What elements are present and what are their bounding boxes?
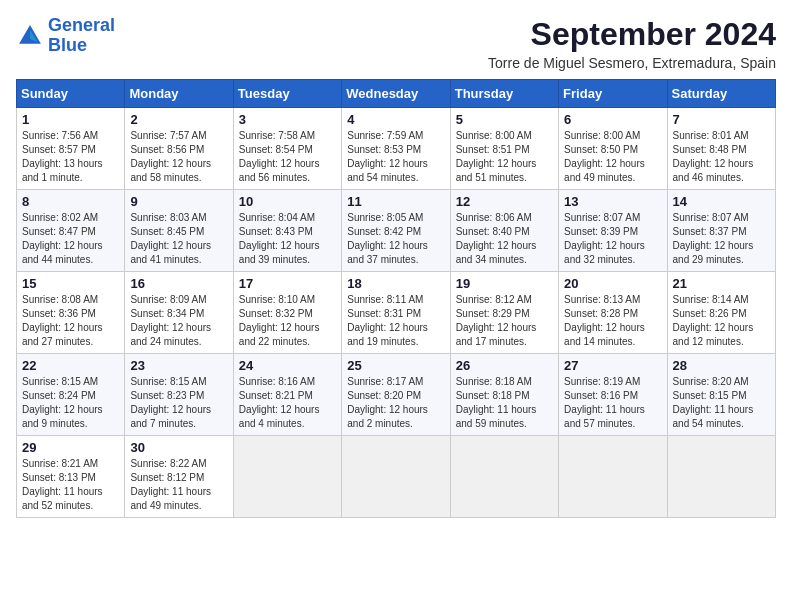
calendar-cell: 14Sunrise: 8:07 AMSunset: 8:37 PMDayligh… xyxy=(667,190,775,272)
logo-icon xyxy=(16,22,44,50)
day-info: Sunrise: 8:07 AMSunset: 8:39 PMDaylight:… xyxy=(564,211,661,267)
calendar-cell: 27Sunrise: 8:19 AMSunset: 8:16 PMDayligh… xyxy=(559,354,667,436)
day-number: 27 xyxy=(564,358,661,373)
day-info: Sunrise: 8:07 AMSunset: 8:37 PMDaylight:… xyxy=(673,211,770,267)
calendar-week-row: 8Sunrise: 8:02 AMSunset: 8:47 PMDaylight… xyxy=(17,190,776,272)
day-number: 9 xyxy=(130,194,227,209)
day-number: 30 xyxy=(130,440,227,455)
weekday-header: Saturday xyxy=(667,80,775,108)
day-number: 8 xyxy=(22,194,119,209)
day-info: Sunrise: 8:05 AMSunset: 8:42 PMDaylight:… xyxy=(347,211,444,267)
day-number: 28 xyxy=(673,358,770,373)
day-number: 2 xyxy=(130,112,227,127)
day-info: Sunrise: 8:21 AMSunset: 8:13 PMDaylight:… xyxy=(22,457,119,513)
calendar-cell: 28Sunrise: 8:20 AMSunset: 8:15 PMDayligh… xyxy=(667,354,775,436)
day-info: Sunrise: 8:19 AMSunset: 8:16 PMDaylight:… xyxy=(564,375,661,431)
calendar-cell xyxy=(233,436,341,518)
calendar-cell: 22Sunrise: 8:15 AMSunset: 8:24 PMDayligh… xyxy=(17,354,125,436)
calendar-cell: 18Sunrise: 8:11 AMSunset: 8:31 PMDayligh… xyxy=(342,272,450,354)
weekday-header: Monday xyxy=(125,80,233,108)
calendar-cell: 10Sunrise: 8:04 AMSunset: 8:43 PMDayligh… xyxy=(233,190,341,272)
calendar-table: SundayMondayTuesdayWednesdayThursdayFrid… xyxy=(16,79,776,518)
calendar-cell: 5Sunrise: 8:00 AMSunset: 8:51 PMDaylight… xyxy=(450,108,558,190)
day-info: Sunrise: 7:59 AMSunset: 8:53 PMDaylight:… xyxy=(347,129,444,185)
day-number: 29 xyxy=(22,440,119,455)
day-info: Sunrise: 8:09 AMSunset: 8:34 PMDaylight:… xyxy=(130,293,227,349)
day-number: 3 xyxy=(239,112,336,127)
day-number: 4 xyxy=(347,112,444,127)
calendar-week-row: 15Sunrise: 8:08 AMSunset: 8:36 PMDayligh… xyxy=(17,272,776,354)
day-number: 17 xyxy=(239,276,336,291)
calendar-cell: 13Sunrise: 8:07 AMSunset: 8:39 PMDayligh… xyxy=(559,190,667,272)
day-info: Sunrise: 8:12 AMSunset: 8:29 PMDaylight:… xyxy=(456,293,553,349)
logo-blue: Blue xyxy=(48,36,115,56)
calendar-cell: 2Sunrise: 7:57 AMSunset: 8:56 PMDaylight… xyxy=(125,108,233,190)
day-number: 13 xyxy=(564,194,661,209)
day-number: 14 xyxy=(673,194,770,209)
calendar-cell: 29Sunrise: 8:21 AMSunset: 8:13 PMDayligh… xyxy=(17,436,125,518)
weekday-header: Friday xyxy=(559,80,667,108)
calendar-cell: 25Sunrise: 8:17 AMSunset: 8:20 PMDayligh… xyxy=(342,354,450,436)
day-info: Sunrise: 8:17 AMSunset: 8:20 PMDaylight:… xyxy=(347,375,444,431)
day-info: Sunrise: 8:15 AMSunset: 8:24 PMDaylight:… xyxy=(22,375,119,431)
calendar-cell: 20Sunrise: 8:13 AMSunset: 8:28 PMDayligh… xyxy=(559,272,667,354)
day-number: 16 xyxy=(130,276,227,291)
calendar-cell: 3Sunrise: 7:58 AMSunset: 8:54 PMDaylight… xyxy=(233,108,341,190)
calendar-cell xyxy=(450,436,558,518)
calendar-cell: 26Sunrise: 8:18 AMSunset: 8:18 PMDayligh… xyxy=(450,354,558,436)
day-info: Sunrise: 8:10 AMSunset: 8:32 PMDaylight:… xyxy=(239,293,336,349)
day-number: 24 xyxy=(239,358,336,373)
calendar-cell xyxy=(559,436,667,518)
calendar-cell: 7Sunrise: 8:01 AMSunset: 8:48 PMDaylight… xyxy=(667,108,775,190)
logo: General Blue xyxy=(16,16,115,56)
day-info: Sunrise: 8:04 AMSunset: 8:43 PMDaylight:… xyxy=(239,211,336,267)
day-info: Sunrise: 8:01 AMSunset: 8:48 PMDaylight:… xyxy=(673,129,770,185)
day-info: Sunrise: 8:15 AMSunset: 8:23 PMDaylight:… xyxy=(130,375,227,431)
calendar-cell xyxy=(342,436,450,518)
weekday-header: Thursday xyxy=(450,80,558,108)
day-info: Sunrise: 8:14 AMSunset: 8:26 PMDaylight:… xyxy=(673,293,770,349)
day-info: Sunrise: 7:58 AMSunset: 8:54 PMDaylight:… xyxy=(239,129,336,185)
calendar-cell: 24Sunrise: 8:16 AMSunset: 8:21 PMDayligh… xyxy=(233,354,341,436)
calendar-cell: 8Sunrise: 8:02 AMSunset: 8:47 PMDaylight… xyxy=(17,190,125,272)
day-info: Sunrise: 8:02 AMSunset: 8:47 PMDaylight:… xyxy=(22,211,119,267)
calendar-cell: 19Sunrise: 8:12 AMSunset: 8:29 PMDayligh… xyxy=(450,272,558,354)
page-subtitle: Torre de Miguel Sesmero, Extremadura, Sp… xyxy=(488,55,776,71)
day-info: Sunrise: 7:57 AMSunset: 8:56 PMDaylight:… xyxy=(130,129,227,185)
day-info: Sunrise: 7:56 AMSunset: 8:57 PMDaylight:… xyxy=(22,129,119,185)
day-number: 18 xyxy=(347,276,444,291)
day-info: Sunrise: 8:00 AMSunset: 8:50 PMDaylight:… xyxy=(564,129,661,185)
page-header: General Blue September 2024 Torre de Mig… xyxy=(16,16,776,71)
calendar-cell: 30Sunrise: 8:22 AMSunset: 8:12 PMDayligh… xyxy=(125,436,233,518)
day-info: Sunrise: 8:06 AMSunset: 8:40 PMDaylight:… xyxy=(456,211,553,267)
day-number: 19 xyxy=(456,276,553,291)
calendar-cell: 9Sunrise: 8:03 AMSunset: 8:45 PMDaylight… xyxy=(125,190,233,272)
day-number: 23 xyxy=(130,358,227,373)
calendar-cell: 1Sunrise: 7:56 AMSunset: 8:57 PMDaylight… xyxy=(17,108,125,190)
calendar-cell: 11Sunrise: 8:05 AMSunset: 8:42 PMDayligh… xyxy=(342,190,450,272)
day-number: 1 xyxy=(22,112,119,127)
weekday-header: Sunday xyxy=(17,80,125,108)
logo-general: General xyxy=(48,15,115,35)
day-info: Sunrise: 8:08 AMSunset: 8:36 PMDaylight:… xyxy=(22,293,119,349)
day-info: Sunrise: 8:13 AMSunset: 8:28 PMDaylight:… xyxy=(564,293,661,349)
weekday-header-row: SundayMondayTuesdayWednesdayThursdayFrid… xyxy=(17,80,776,108)
day-info: Sunrise: 8:18 AMSunset: 8:18 PMDaylight:… xyxy=(456,375,553,431)
day-info: Sunrise: 8:03 AMSunset: 8:45 PMDaylight:… xyxy=(130,211,227,267)
title-block: September 2024 Torre de Miguel Sesmero, … xyxy=(488,16,776,71)
day-number: 22 xyxy=(22,358,119,373)
day-number: 26 xyxy=(456,358,553,373)
calendar-cell: 21Sunrise: 8:14 AMSunset: 8:26 PMDayligh… xyxy=(667,272,775,354)
weekday-header: Tuesday xyxy=(233,80,341,108)
day-number: 6 xyxy=(564,112,661,127)
calendar-cell: 16Sunrise: 8:09 AMSunset: 8:34 PMDayligh… xyxy=(125,272,233,354)
calendar-cell: 15Sunrise: 8:08 AMSunset: 8:36 PMDayligh… xyxy=(17,272,125,354)
day-number: 21 xyxy=(673,276,770,291)
day-number: 12 xyxy=(456,194,553,209)
logo-text: General Blue xyxy=(48,16,115,56)
calendar-cell: 6Sunrise: 8:00 AMSunset: 8:50 PMDaylight… xyxy=(559,108,667,190)
day-info: Sunrise: 8:22 AMSunset: 8:12 PMDaylight:… xyxy=(130,457,227,513)
day-number: 5 xyxy=(456,112,553,127)
calendar-cell: 23Sunrise: 8:15 AMSunset: 8:23 PMDayligh… xyxy=(125,354,233,436)
calendar-week-row: 29Sunrise: 8:21 AMSunset: 8:13 PMDayligh… xyxy=(17,436,776,518)
